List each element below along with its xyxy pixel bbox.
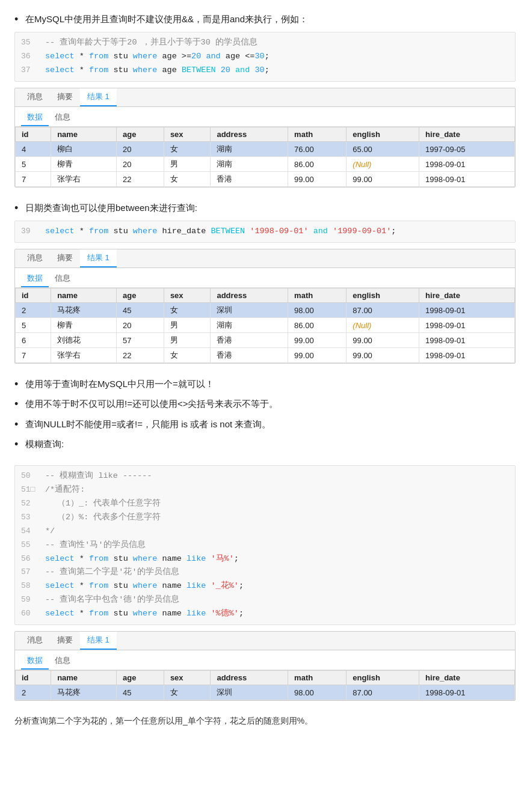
table-row: 7 张学右 22 女 香港 99.00 99.00 1998-09-01: [16, 172, 515, 187]
tab-summary-4[interactable]: 摘要: [50, 632, 80, 650]
subtab-info-4[interactable]: 信息: [49, 653, 76, 670]
data-table-4: id name age sex address math english hir…: [15, 670, 515, 700]
tab-result-1[interactable]: 结果 1: [80, 88, 117, 106]
bullet-text-3a: 使用等于查询时在MySQL中只用一个=就可以！: [25, 377, 214, 391]
data-table-2: id name age sex address math english hir…: [15, 288, 515, 363]
section-4: 50 -- 模糊查询 like ------ 51□ /*通配符: 52 （1）…: [14, 465, 516, 701]
code-line-52: 52 （1）_: 代表单个任意字符: [21, 497, 509, 511]
bullet-text-3c: 查询NULL时不能使用=或者!=，只能用 is 或者 is not 来查询。: [25, 417, 271, 432]
table-row: 4 柳白 20 女 湖南 76.00 65.00 1997-09-05: [16, 142, 515, 157]
col-hire-date: hire_date: [419, 127, 515, 142]
panel-2: 消息 摘要 结果 1 数据 信息 id name age sex addr: [14, 249, 516, 364]
table-header-row: id name age sex address math english hir…: [16, 127, 515, 142]
panel-subtabs-4: 数据 信息: [15, 650, 515, 670]
col-address: address: [211, 127, 288, 142]
bullet-item-2: • 日期类查询也可以使用between来进行查询:: [14, 201, 516, 216]
table-header-row: id name age sex address math english hir…: [16, 671, 515, 685]
panel-subtabs-2: 数据 信息: [15, 268, 515, 288]
table-container-4: id name age sex address math english hir…: [15, 670, 515, 700]
tab-result-4[interactable]: 结果 1: [80, 632, 117, 650]
table-container-2: id name age sex address math english hir…: [15, 288, 515, 363]
data-table-1: id name age sex address math english hir…: [15, 127, 515, 187]
bullet-text-3d: 模糊查询:: [25, 437, 64, 451]
col-math: math: [288, 127, 347, 142]
bullet-text-1: 在MySQL中使用并且查询时不建议使用&&，而是用and来执行，例如：: [25, 12, 308, 26]
table-row: 5 柳青 20 男 湖南 86.00 (Null) 1998-09-01: [16, 318, 515, 333]
bullet-icon-3a: •: [14, 377, 25, 392]
section-1: • 在MySQL中使用并且查询时不建议使用&&，而是用and来执行，例如： 35…: [14, 12, 516, 188]
table-row: 7 张学右 22 女 香港 99.00 99.00 1998-09-01: [16, 348, 515, 363]
subtab-info-2[interactable]: 信息: [49, 270, 76, 287]
subtab-data-2[interactable]: 数据: [21, 270, 49, 287]
code-line-60: 60 select * from stu where name like '%德…: [21, 607, 509, 621]
code-line-35: 35 -- 查询年龄大于等于20 ，并且小于等于30 的学员信息: [21, 36, 509, 50]
code-line-56: 56 select * from stu where name like '马%…: [21, 552, 509, 566]
code-line-36: 36 select * from stu where age >=20 and …: [21, 50, 509, 64]
tab-summary-2[interactable]: 摘要: [50, 249, 80, 267]
panel-tabs-4: 消息 摘要 结果 1: [15, 632, 515, 650]
col-sex: sex: [164, 127, 211, 142]
code-line-39: 39 select * from stu where hire_date BET…: [21, 225, 509, 239]
panel-tabs-1: 消息 摘要 结果 1: [15, 88, 515, 107]
subtab-data-1[interactable]: 数据: [21, 109, 49, 126]
bullet-item-3b: • 使用不等于时不仅可以用!=还可以使用<>尖括号来表示不等于。: [14, 397, 516, 412]
table-container-1: id name age sex address math english hir…: [15, 127, 515, 187]
bullet-item-3c: • 查询NULL时不能使用=或者!=，只能用 is 或者 is not 来查询。: [14, 417, 516, 432]
code-line-51: 51□ /*通配符:: [21, 483, 509, 497]
table-row: 6 刘德花 57 男 香港 99.00 99.00 1998-09-01: [16, 333, 515, 348]
panel-4: 消息 摘要 结果 1 数据 信息 id name age sex addr: [14, 631, 516, 701]
code-line-55: 55 -- 查询性'马'的学员信息: [21, 539, 509, 552]
panel-1: 消息 摘要 结果 1 数据 信息 id name age sex addr: [14, 88, 516, 188]
section-2: • 日期类查询也可以使用between来进行查询: 39 select * fr…: [14, 201, 516, 364]
table-row: 5 柳青 20 男 湖南 86.00 (Null) 1998-09-01: [16, 157, 515, 172]
code-line-53: 53 （2）%: 代表多个任意字符: [21, 511, 509, 525]
bullet-icon-3c: •: [14, 417, 25, 432]
subtab-info-1[interactable]: 信息: [49, 109, 76, 126]
bullet-item-3d: • 模糊查询:: [14, 437, 516, 452]
table-row: 2 马花疼 45 女 深圳 98.00 87.00 1998-09-01: [16, 303, 515, 318]
panel-subtabs-1: 数据 信息: [15, 107, 515, 127]
tab-summary-1[interactable]: 摘要: [50, 88, 80, 106]
table-row: 2 马花疼 45 女 深圳 98.00 87.00 1998-09-01: [16, 685, 515, 700]
bullet-icon-1: •: [14, 12, 25, 27]
panel-tabs-2: 消息 摘要 结果 1: [15, 249, 515, 268]
subtab-data-4[interactable]: 数据: [21, 653, 49, 670]
code-line-58: 58 select * from stu where name like '_花…: [21, 579, 509, 593]
col-name: name: [51, 127, 117, 142]
col-english: english: [347, 127, 419, 142]
bullet-item-1: • 在MySQL中使用并且查询时不建议使用&&，而是用and来执行，例如：: [14, 12, 516, 27]
section-3: • 使用等于查询时在MySQL中只用一个=就可以！ • 使用不等于时不仅可以用!…: [14, 377, 516, 452]
tab-result-2[interactable]: 结果 1: [80, 249, 117, 267]
bullet-icon-3b: •: [14, 397, 25, 412]
tab-message-1[interactable]: 消息: [20, 88, 50, 106]
bullet-item-3a: • 使用等于查询时在MySQL中只用一个=就可以！: [14, 377, 516, 392]
col-age: age: [117, 127, 164, 142]
code-block-1: 35 -- 查询年龄大于等于20 ，并且小于等于30 的学员信息 36 sele…: [14, 32, 516, 82]
code-line-57: 57 -- 查询第二个字是'花'的学员信息: [21, 566, 509, 579]
tab-message-4[interactable]: 消息: [20, 632, 50, 650]
tab-message-2[interactable]: 消息: [20, 249, 50, 267]
code-line-37: 37 select * from stu where age BETWEEN 2…: [21, 64, 509, 78]
code-line-54: 54 */: [21, 525, 509, 539]
bullet-icon-3d: •: [14, 437, 25, 452]
bottom-note: 分析查询第二个字为花的，第一个任意所以用_单个字符，花之后的随意则用%。: [14, 714, 516, 728]
bullet-icon-2: •: [14, 201, 25, 216]
bullet-text-3b: 使用不等于时不仅可以用!=还可以使用<>尖括号来表示不等于。: [25, 397, 278, 411]
code-block-4: 50 -- 模糊查询 like ------ 51□ /*通配符: 52 （1）…: [14, 465, 516, 625]
code-block-2: 39 select * from stu where hire_date BET…: [14, 221, 516, 243]
table-header-row: id name age sex address math english hir…: [16, 288, 515, 303]
col-id: id: [16, 127, 51, 142]
code-line-50: 50 -- 模糊查询 like ------: [21, 469, 509, 483]
bullet-text-2: 日期类查询也可以使用between来进行查询:: [25, 201, 197, 215]
code-line-59: 59 -- 查询名字中包含'德'的学员信息: [21, 593, 509, 607]
